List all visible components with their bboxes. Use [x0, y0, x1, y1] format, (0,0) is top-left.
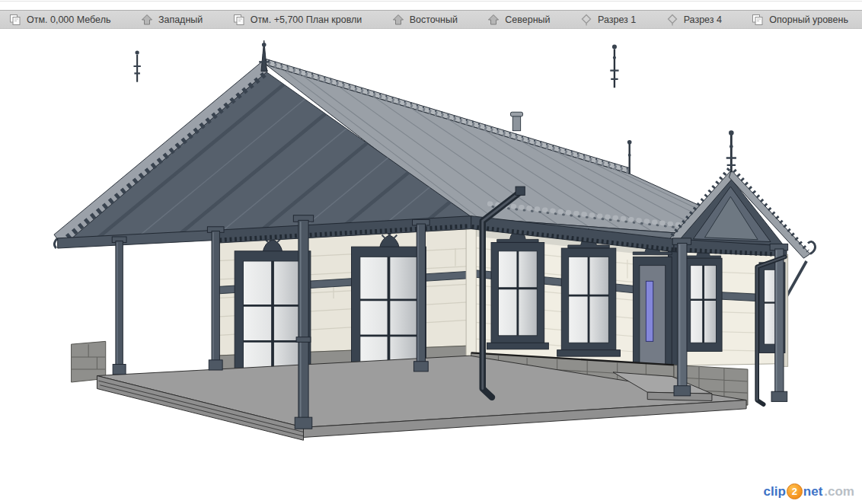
model-3d-viewport[interactable] — [0, 30, 862, 504]
tab-west-elevation[interactable]: Западный — [138, 11, 206, 28]
north-gable-finial — [610, 45, 618, 88]
app-window: Отм. 0,000 Мебель Западный Отм. +5,700 П… — [0, 0, 862, 504]
roof-vent — [510, 112, 522, 130]
tab-section-4[interactable]: Разрез 4 — [663, 11, 725, 28]
watermark-badge-2: 2 — [787, 483, 803, 499]
elevation-icon — [487, 14, 500, 26]
section-icon — [580, 14, 592, 26]
tab-label: Северный — [505, 14, 550, 25]
window-top-border — [0, 1, 862, 2]
gutter-junction — [516, 187, 525, 195]
west-gable-finial — [133, 50, 140, 81]
tab-level-5700-roof-plan[interactable]: Отм. +5,700 План кровли — [230, 11, 366, 28]
shaded-3d-view[interactable] — [0, 30, 862, 504]
window-sill — [557, 350, 621, 356]
elevation-icon — [141, 14, 153, 26]
watermark-net: net — [803, 484, 823, 499]
floor-plan-icon — [233, 14, 245, 26]
tab-label: Отм. 0,000 Мебель — [27, 14, 110, 25]
entrance-door[interactable] — [633, 237, 672, 375]
tab-east-elevation[interactable]: Восточный — [389, 11, 461, 28]
post-1[interactable] — [112, 237, 126, 375]
tab-label: Западный — [158, 14, 203, 25]
tab-label: Разрез 4 — [684, 14, 722, 25]
watermark-com: .com — [824, 484, 854, 499]
clip2net-watermark: clip2net.com — [764, 483, 854, 499]
section-icon — [666, 14, 678, 26]
east-gable-spire — [726, 130, 736, 172]
window-5[interactable] — [685, 242, 722, 352]
view-tab-bar: Отм. 0,000 Мебель Западный Отм. +5,700 П… — [0, 10, 862, 29]
floor-plan-icon — [752, 14, 764, 26]
tab-label: Разрез 1 — [598, 14, 636, 25]
verge-curl — [54, 238, 57, 248]
tab-label: Опорный уровень — [769, 14, 848, 25]
tab-reference-level[interactable]: Опорный уровень — [749, 11, 851, 28]
tab-label: Восточный — [410, 14, 458, 25]
door-glass — [646, 281, 653, 341]
eave-curl-bracket — [808, 241, 816, 254]
corner-pilaster — [466, 219, 476, 356]
tab-label: Отм. +5,700 План кровли — [251, 14, 362, 25]
floor-plan-icon — [9, 14, 21, 26]
tab-section-1[interactable]: Разрез 1 — [577, 11, 639, 28]
elevation-icon — [392, 14, 404, 26]
tab-north-elevation[interactable]: Северный — [484, 11, 553, 28]
window-sill — [487, 343, 548, 349]
watermark-clip: clip — [764, 484, 786, 499]
tab-level-0-furniture[interactable]: Отм. 0,000 Мебель — [6, 11, 113, 28]
